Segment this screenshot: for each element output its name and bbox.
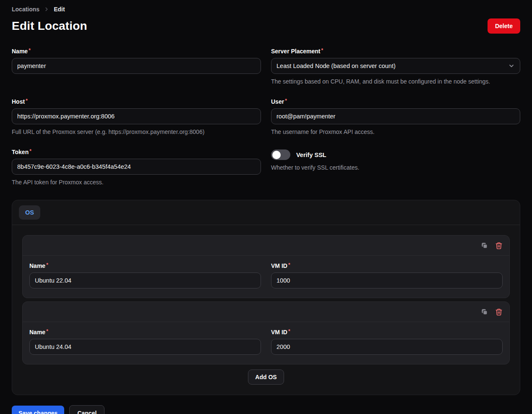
field-os-vmid: VM ID * [271, 262, 503, 288]
chevron-right-icon [44, 6, 50, 12]
required-asterisk: * [29, 149, 31, 154]
required-asterisk: * [46, 262, 48, 267]
field-token: Token * The API token for Proxmox access… [12, 149, 261, 186]
server-placement-value: Least Loaded Node (based on server count… [276, 63, 396, 69]
host-label: Host * [12, 98, 261, 105]
token-label: Token * [12, 149, 261, 155]
os-vmid-input[interactable] [271, 339, 503, 355]
verify-ssl-helper: Whether to verify SSL certificates. [271, 164, 520, 171]
duplicate-icon[interactable] [480, 308, 488, 316]
breadcrumb-locations[interactable]: Locations [12, 6, 39, 13]
field-verify-ssl: Verify SSL Whether to verify SSL certifi… [271, 149, 520, 186]
verify-ssl-row: Verify SSL [271, 149, 520, 160]
trash-icon[interactable] [495, 242, 503, 249]
field-os-name: Name * [29, 262, 261, 288]
host-input[interactable] [12, 108, 261, 124]
user-helper: The username for Proxmox API access. [271, 128, 520, 135]
duplicate-icon[interactable] [480, 241, 488, 249]
name-label: Name * [12, 48, 261, 55]
os-item-body: Name * VM ID * [23, 256, 509, 298]
add-os-row: Add OS [22, 369, 510, 385]
os-item: Name * VM ID * [22, 301, 510, 364]
os-item-header [23, 302, 509, 322]
required-asterisk: * [46, 329, 48, 334]
verify-ssl-toggle[interactable] [271, 149, 290, 160]
field-host: Host * Full URL of the Proxmox server (e… [12, 98, 261, 135]
os-name-label: Name * [29, 329, 261, 335]
required-asterisk: * [321, 48, 323, 53]
location-form: Name * Server Placement * Least Loaded N… [12, 48, 520, 186]
field-server-placement: Server Placement * Least Loaded Node (ba… [271, 48, 520, 85]
os-name-input[interactable] [29, 273, 261, 288]
os-item: Name * VM ID * [22, 235, 510, 298]
chevron-down-icon [508, 63, 515, 69]
host-helper: Full URL of the Proxmox server (e.g. htt… [12, 128, 261, 135]
breadcrumb-edit: Edit [54, 6, 65, 13]
server-placement-label: Server Placement * [271, 48, 520, 55]
os-vmid-label: VM ID * [271, 262, 503, 269]
required-asterisk: * [26, 98, 28, 103]
field-os-name: Name * [29, 329, 261, 355]
field-name: Name * [12, 48, 261, 85]
os-name-label: Name * [29, 262, 261, 269]
os-vmid-label: VM ID * [271, 329, 503, 335]
cancel-button[interactable]: Cancel [69, 405, 104, 414]
os-item-header [23, 236, 509, 256]
verify-ssl-label: Verify SSL [296, 152, 326, 158]
field-os-vmid: VM ID * [271, 329, 503, 355]
os-section-tabs: OS [12, 200, 520, 225]
os-section-card: OS Name [12, 200, 520, 395]
required-asterisk: * [29, 48, 31, 53]
server-placement-select[interactable]: Least Loaded Node (based on server count… [271, 58, 520, 74]
server-placement-helper: The settings based on CPU, RAM, and disk… [271, 78, 520, 85]
page-title: Edit Location [12, 19, 87, 33]
trash-icon[interactable] [495, 308, 503, 316]
save-changes-button[interactable]: Save changes [12, 406, 64, 414]
os-name-input[interactable] [29, 339, 261, 355]
os-vmid-input[interactable] [271, 273, 503, 288]
name-input[interactable] [12, 58, 261, 74]
add-os-button[interactable]: Add OS [248, 369, 284, 385]
token-helper: The API token for Proxmox access. [12, 179, 261, 186]
user-label: User * [271, 98, 520, 105]
token-input[interactable] [12, 159, 261, 175]
os-section-body: Name * VM ID * [12, 225, 520, 395]
page-header: Edit Location Delete [12, 18, 520, 34]
footer-actions: Save changes Cancel [12, 405, 520, 414]
user-input[interactable] [271, 108, 520, 124]
delete-button[interactable]: Delete [488, 18, 520, 34]
required-asterisk: * [288, 262, 290, 267]
toggle-knob [272, 151, 281, 159]
breadcrumb: Locations Edit [12, 6, 520, 13]
required-asterisk: * [288, 329, 290, 334]
field-user: User * The username for Proxmox API acce… [271, 98, 520, 135]
os-item-body: Name * VM ID * [23, 322, 509, 364]
tab-os[interactable]: OS [19, 205, 40, 220]
required-asterisk: * [285, 98, 287, 103]
